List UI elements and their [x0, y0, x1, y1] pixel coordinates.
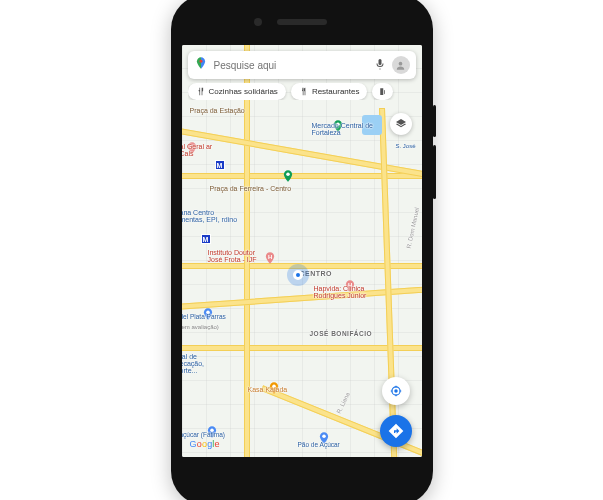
poi-label: ana Centro mentas, EPI, rdino: [182, 209, 238, 223]
search-input[interactable]: [214, 60, 368, 71]
svg-point-8: [322, 435, 326, 439]
category-chips: Cozinhas solidárias Restaurantes: [188, 83, 416, 100]
mic-icon[interactable]: [374, 56, 386, 74]
street-label: R. Dom Manuel: [405, 207, 420, 249]
metro-icon[interactable]: M: [201, 234, 211, 244]
metro-icon[interactable]: M: [215, 160, 225, 170]
volume-button: [433, 145, 436, 199]
maps-logo-icon: [194, 56, 208, 74]
chip-restaurantes[interactable]: Restaurantes: [291, 83, 368, 100]
poi-label: Praça da Ferreira - Centro: [210, 185, 292, 192]
chip-label: Cozinhas solidárias: [209, 87, 278, 96]
fork-knife-icon: [299, 87, 308, 96]
my-location-button[interactable]: [382, 377, 410, 405]
poi-label: Praça da Estação: [190, 107, 245, 114]
poi-label: ral de ecação, orte...: [182, 353, 222, 374]
road: [182, 345, 422, 351]
poi-label: Kasa Kaiada: [248, 386, 288, 393]
profile-avatar[interactable]: [392, 56, 410, 74]
utensils-icon: [196, 87, 205, 96]
district-label: CENTRO: [300, 270, 333, 277]
poi-label: Instituto Doutor José Frota - IJF: [208, 249, 268, 263]
google-attribution: Google: [190, 439, 220, 449]
poi-label: al Geral ar Cals: [182, 143, 220, 157]
chip-gas[interactable]: [372, 83, 393, 100]
poi-label: açúcar (Fátima): [182, 431, 226, 438]
search-bar[interactable]: [188, 51, 416, 79]
svg-point-2: [286, 173, 290, 177]
chip-label: Restaurantes: [312, 87, 360, 96]
phone-camera: [254, 18, 262, 26]
directions-fab[interactable]: [380, 415, 412, 447]
poi-label: Pão de Açúcar: [298, 441, 340, 448]
directions-icon: [388, 423, 404, 439]
phone-frame: CENTRO JOSÉ BONIFÁCIO Praça da Estação M…: [171, 0, 433, 500]
district-label: JOSÉ BONIFÁCIO: [310, 330, 373, 337]
street-label: R. Liana: [335, 392, 350, 415]
poi-label: Hapvida: Clínica Rodrigues Júnior: [314, 285, 380, 299]
current-location-dot: [293, 270, 303, 280]
poi-label: S. José: [396, 143, 416, 149]
map-pin-green[interactable]: [281, 169, 295, 183]
phone-speaker: [277, 19, 327, 25]
layers-icon: [395, 118, 407, 130]
svg-point-9: [199, 60, 202, 63]
chip-cozinhas[interactable]: Cozinhas solidárias: [188, 83, 286, 100]
svg-point-10: [399, 61, 403, 65]
layers-button[interactable]: [390, 113, 412, 135]
svg-text:H: H: [267, 254, 271, 260]
poi-label: Mercado Central de Fortaleza: [312, 122, 382, 136]
svg-point-11: [394, 389, 398, 393]
screen: CENTRO JOSÉ BONIFÁCIO Praça da Estação M…: [182, 45, 422, 457]
power-button: [433, 105, 436, 137]
poi-sublabel: (em avaliação): [182, 324, 219, 330]
poi-label: del Plata Parras: [182, 313, 240, 320]
gas-icon: [378, 87, 387, 96]
crosshair-icon: [389, 384, 403, 398]
